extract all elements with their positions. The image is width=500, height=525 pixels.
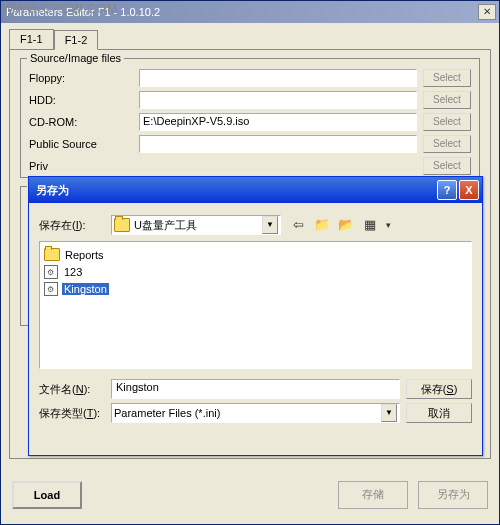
saveas-titlebar: 另存为 ? X [29,177,482,203]
floppy-select-button[interactable]: Select [423,69,471,87]
new-folder-icon[interactable]: 📂 [335,215,357,235]
back-icon[interactable]: ⇦ [287,215,309,235]
saveas-close-button[interactable]: X [459,180,479,200]
up-one-level-icon[interactable]: 📁 [311,215,333,235]
filename-input[interactable]: Kingston [111,379,400,399]
public-select-button[interactable]: Select [423,135,471,153]
priv-label: Priv [29,160,139,172]
tab-f1-1[interactable]: F1-1 [9,29,54,49]
load-button[interactable]: Load [12,481,82,509]
close-button[interactable]: ✕ [478,4,496,20]
public-source-label: Public Source [29,138,139,150]
saveas-title: 另存为 [32,183,435,198]
source-image-legend: Source/Image files [27,52,124,64]
floppy-input[interactable] [139,69,417,87]
chevron-down-icon[interactable]: ▼ [381,404,397,422]
hdd-label: HDD: [29,94,139,106]
savein-value: U盘量产工具 [134,218,262,233]
filetype-value: Parameter Files (*.ini) [114,407,381,419]
cdrom-select-button[interactable]: Select [423,113,471,131]
watermark-text: WWW.CPCW.COM [2,2,118,16]
filetype-label: 保存类型(T): [39,406,105,421]
public-source-input[interactable] [139,135,417,153]
hdd-select-button[interactable]: Select [423,91,471,109]
filename-label: 文件名(N): [39,382,105,397]
tab-f1-2[interactable]: F1-2 [54,30,99,50]
tab-strip: F1-1 F1-2 [9,29,491,49]
list-item[interactable]: 123 [44,263,467,280]
list-item[interactable]: Reports [44,246,467,263]
help-button[interactable]: ? [437,180,457,200]
store-button[interactable]: 存储 [338,481,408,509]
cancel-button[interactable]: 取消 [406,403,472,423]
views-dropdown-icon[interactable]: ▾ [383,215,393,235]
savein-label: 保存在(I): [39,218,105,233]
folder-icon [114,218,130,232]
file-name: Kingston [62,283,109,295]
floppy-label: Floppy: [29,72,139,84]
ini-file-icon [44,265,58,279]
file-list[interactable]: Reports 123 Kingston [39,241,472,369]
filetype-combo[interactable]: Parameter Files (*.ini) ▼ [111,403,400,423]
file-name: Reports [63,249,106,261]
chevron-down-icon[interactable]: ▼ [262,216,278,234]
bottom-button-bar: Load 存储 另存为 [0,473,500,517]
views-icon[interactable]: ▦ [359,215,381,235]
list-item[interactable]: Kingston [44,280,467,297]
ini-file-icon [44,282,58,296]
priv-select-button[interactable]: Select [423,157,471,175]
source-image-group: Source/Image files Floppy: Select HDD: S… [20,58,480,178]
saveas-button[interactable]: 另存为 [418,481,488,509]
cdrom-label: CD-ROM: [29,116,139,128]
saveas-toolbar: ⇦ 📁 📂 ▦ ▾ [287,215,393,235]
hdd-input[interactable] [139,91,417,109]
saveas-body: 保存在(I): U盘量产工具 ▼ ⇦ 📁 📂 ▦ ▾ Reports 123 [29,203,482,435]
saveas-dialog: 另存为 ? X 保存在(I): U盘量产工具 ▼ ⇦ 📁 📂 ▦ ▾ Repor… [28,176,483,456]
cdrom-input[interactable]: E:\DeepinXP-V5.9.iso [139,113,417,131]
savein-combo[interactable]: U盘量产工具 ▼ [111,215,281,235]
file-name: 123 [62,266,84,278]
save-button[interactable]: 保存(S) [406,379,472,399]
folder-icon [44,248,60,261]
